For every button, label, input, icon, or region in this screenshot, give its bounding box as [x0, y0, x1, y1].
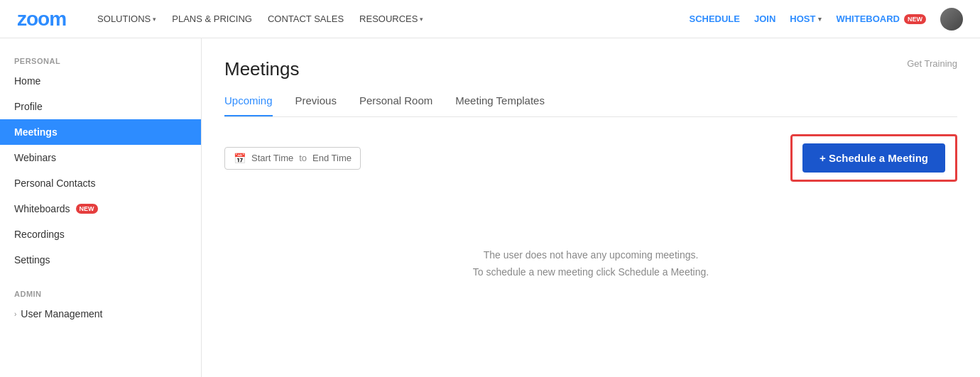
sidebar-item-webinars[interactable]: Webinars: [0, 145, 201, 170]
schedule-meeting-button[interactable]: + Schedule a Meeting: [802, 143, 945, 173]
sidebar-item-whiteboards[interactable]: Whiteboards NEW: [0, 196, 201, 222]
topnav: zoom SOLUTIONS ▾ PLANS & PRICING CONTACT…: [0, 0, 980, 38]
main-header: Meetings Get Training: [224, 58, 957, 80]
tab-personal-room[interactable]: Personal Room: [359, 94, 432, 116]
topnav-right-actions: SCHEDULE JOIN HOST ▾ WHITEBOARD NEW: [689, 8, 963, 31]
nav-contact-sales[interactable]: CONTACT SALES: [268, 13, 344, 24]
nav-plans-pricing[interactable]: PLANS & PRICING: [172, 13, 252, 24]
empty-state-line1: The user does not have any upcoming meet…: [484, 249, 699, 261]
main-content: Meetings Get Training Upcoming Previous …: [202, 38, 980, 377]
end-time-placeholder: End Time: [312, 153, 352, 163]
personal-section-label: PERSONAL: [0, 51, 201, 68]
host-action[interactable]: HOST ▾: [790, 13, 822, 24]
date-separator: to: [299, 153, 307, 163]
whiteboards-new-badge: NEW: [76, 204, 98, 214]
sidebar-item-meetings[interactable]: Meetings: [0, 119, 201, 145]
schedule-button-highlight: + Schedule a Meeting: [790, 134, 957, 182]
schedule-action[interactable]: SCHEDULE: [689, 13, 740, 24]
resources-chevron-icon: ▾: [420, 16, 423, 23]
nav-resources[interactable]: RESOURCES ▾: [359, 13, 423, 24]
start-time-placeholder: Start Time: [251, 153, 293, 163]
sidebar-item-profile[interactable]: Profile: [0, 94, 201, 119]
user-management-chevron-icon: ›: [14, 310, 16, 318]
tab-previous[interactable]: Previous: [295, 94, 337, 116]
join-action[interactable]: JOIN: [754, 13, 775, 24]
host-chevron-icon: ▾: [818, 16, 822, 23]
sidebar-item-user-management[interactable]: › User Management: [0, 301, 201, 327]
tab-upcoming[interactable]: Upcoming: [224, 94, 273, 116]
user-avatar[interactable]: [940, 8, 963, 31]
page-title: Meetings: [224, 58, 300, 80]
sidebar: PERSONAL Home Profile Meetings Webinars …: [0, 38, 202, 377]
zoom-logo[interactable]: zoom: [17, 8, 66, 31]
meetings-tabs: Upcoming Previous Personal Room Meeting …: [224, 94, 957, 117]
date-range-picker[interactable]: 📅 Start Time to End Time: [224, 147, 361, 170]
calendar-icon: 📅: [234, 153, 246, 164]
topnav-left-links: SOLUTIONS ▾ PLANS & PRICING CONTACT SALE…: [97, 13, 423, 24]
empty-state: The user does not have any upcoming meet…: [224, 204, 957, 295]
solutions-chevron-icon: ▾: [153, 16, 156, 23]
empty-state-line2: To schedule a new meeting click Schedule…: [473, 266, 709, 278]
toolbar-row: 📅 Start Time to End Time + Schedule a Me…: [224, 134, 957, 182]
sidebar-item-settings[interactable]: Settings: [0, 247, 201, 273]
nav-solutions[interactable]: SOLUTIONS ▾: [97, 13, 156, 24]
whiteboard-new-badge: NEW: [904, 14, 926, 24]
tab-meeting-templates[interactable]: Meeting Templates: [455, 94, 545, 116]
sidebar-item-personal-contacts[interactable]: Personal Contacts: [0, 170, 201, 196]
sidebar-item-recordings[interactable]: Recordings: [0, 222, 201, 247]
sidebar-item-home[interactable]: Home: [0, 68, 201, 94]
admin-section-label: ADMIN: [0, 284, 201, 301]
body-layout: PERSONAL Home Profile Meetings Webinars …: [0, 38, 980, 377]
get-training-link[interactable]: Get Training: [907, 58, 957, 69]
whiteboard-action[interactable]: WHITEBOARD NEW: [836, 13, 926, 24]
